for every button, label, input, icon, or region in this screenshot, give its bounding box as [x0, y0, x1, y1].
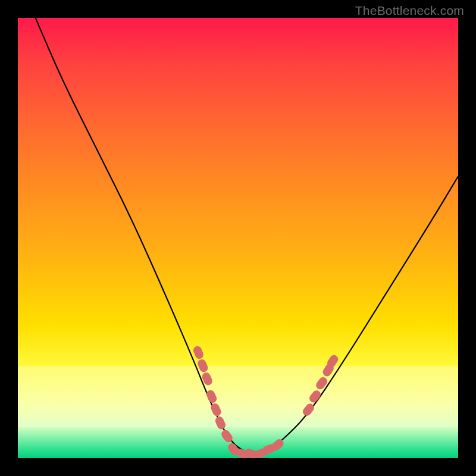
- data-marker: [308, 389, 322, 404]
- curve-layer: [18, 18, 458, 458]
- marker-layer: [192, 345, 340, 458]
- curve-path: [36, 18, 458, 454]
- chart-frame: TheBottleneck.com: [0, 0, 476, 476]
- data-marker: [214, 415, 227, 431]
- data-marker: [301, 402, 316, 418]
- data-marker: [192, 345, 205, 361]
- plot-area: [18, 18, 458, 458]
- main-curve: [36, 18, 458, 454]
- data-marker: [205, 389, 218, 405]
- data-marker: [314, 375, 329, 391]
- watermark-text: TheBottleneck.com: [355, 4, 464, 18]
